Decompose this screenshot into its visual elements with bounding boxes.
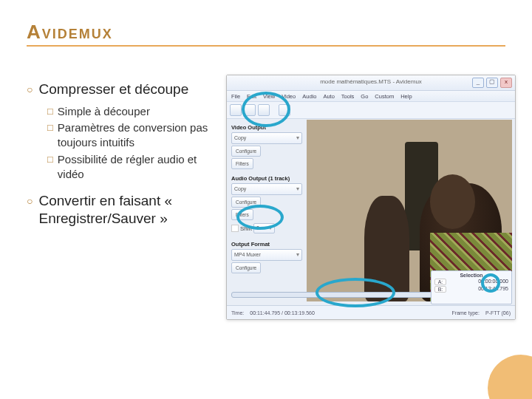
ring-bullet-icon: ○	[27, 83, 33, 98]
timeline-track[interactable]	[231, 292, 434, 298]
bullet-primary: ○ Convertir en faisant « Enregistrer/Sau…	[27, 192, 216, 228]
calc-icon[interactable]	[279, 104, 290, 116]
output-format-select[interactable]: MP4 Muxer	[231, 249, 302, 261]
video-output-select[interactable]: Copy	[231, 132, 302, 144]
slide: Avidemux ○ Compresser et découpe □ Simpl…	[0, 0, 532, 399]
filters-button[interactable]: Filters	[231, 158, 253, 169]
window-controls: _ ▢ x	[472, 78, 512, 88]
configure-button[interactable]: Configure	[231, 146, 261, 157]
bullet-text: Paramètres de conversion pas toujours in…	[58, 120, 216, 151]
bullet-secondary: □ Paramètres de conversion pas toujours …	[47, 120, 216, 151]
mark-b-button[interactable]: B:	[434, 286, 446, 293]
slide-title: Avidemux	[27, 21, 505, 44]
square-bullet-icon: □	[47, 122, 53, 151]
video-output-label: Video Output	[231, 124, 302, 131]
decorative-corner	[488, 355, 532, 399]
audio-output-label: Audio Output (1 track)	[231, 175, 302, 182]
bullet-secondary: □ Simple à découper	[47, 104, 216, 119]
menubar: File Edit View Video Audio Auto Tools Go…	[227, 91, 515, 102]
output-format-label: Output Format	[231, 241, 302, 248]
frame-type-label: Frame type:	[452, 310, 480, 316]
bullet-secondary: □ Possibilité de régler audio et vidéo	[47, 152, 216, 183]
close-button[interactable]: x	[500, 78, 512, 88]
mark-a-button[interactable]: A:	[434, 279, 446, 285]
selection-panel: Selection A:00:00:00.000 B:00:13:44.795	[431, 270, 512, 304]
menu-item[interactable]: Help	[400, 93, 412, 100]
text-column: ○ Compresser et découpe □ Simple à décou…	[27, 75, 216, 320]
menu-item[interactable]: Tools	[341, 93, 355, 100]
time-value: 00:11:44.795 / 00:13:19.560	[250, 310, 315, 316]
screenshot-column: mode mathématiques.MTS - Avidemux _ ▢ x …	[226, 75, 516, 320]
menu-item[interactable]: Edit	[247, 93, 256, 100]
maximize-button[interactable]: ▢	[486, 78, 498, 88]
save-icon[interactable]	[244, 104, 256, 116]
menu-item[interactable]: File	[231, 93, 240, 100]
menu-item[interactable]: View	[263, 93, 275, 100]
format-configure-button[interactable]: Configure	[231, 262, 261, 273]
selection-title: Selection	[434, 273, 508, 278]
minimize-button[interactable]: _	[472, 78, 484, 88]
left-panel: Video Output Copy Configure Filters Audi…	[227, 117, 307, 304]
square-bullet-icon: □	[47, 154, 53, 183]
bullet-text: Convertir en faisant « Enregistrer/Sauve…	[38, 192, 216, 228]
mark-b-value: 00:13:44.795	[478, 286, 508, 293]
bullet-primary: ○ Compresser et découpe	[27, 81, 216, 98]
menu-item[interactable]: Custom	[375, 93, 394, 100]
window-title: mode mathématiques.MTS - Avidemux	[320, 78, 422, 85]
audio-filters-button[interactable]: Filters	[231, 209, 253, 220]
audio-output-select[interactable]: Copy	[231, 183, 302, 195]
ring-bullet-icon: ○	[27, 195, 33, 228]
info-icon[interactable]	[258, 104, 270, 116]
statusbar: Time: 00:11:44.795 / 00:13:19.560 Frame …	[227, 305, 515, 319]
audio-configure-button[interactable]: Configure	[231, 197, 261, 208]
title-container: Avidemux	[27, 21, 505, 47]
menu-item[interactable]: Auto	[323, 93, 334, 100]
mark-a-value: 00:00:00.000	[478, 279, 508, 285]
app-window: mode mathématiques.MTS - Avidemux _ ▢ x …	[226, 75, 516, 320]
menu-item[interactable]: Video	[282, 93, 296, 100]
bullet-text: Simple à découper	[58, 104, 150, 119]
bullet-text: Possibilité de régler audio et vidéo	[58, 152, 216, 183]
time-label: Time:	[231, 310, 244, 316]
bullet-text: Compresser et découpe	[38, 81, 188, 98]
square-bullet-icon: □	[47, 106, 53, 119]
open-icon[interactable]	[230, 104, 242, 116]
menu-item[interactable]: Go	[361, 93, 368, 100]
content-row: ○ Compresser et découpe □ Simple à décou…	[27, 75, 505, 320]
timeline	[231, 287, 434, 301]
menu-item[interactable]: Audio	[302, 93, 316, 100]
shift-value[interactable]: 0	[253, 223, 275, 233]
titlebar: mode mathématiques.MTS - Avidemux _ ▢ x	[227, 75, 515, 91]
frame-type-value: P-FTT (06)	[485, 310, 511, 316]
shift-checkbox[interactable]	[231, 225, 239, 232]
shift-label: Shift	[240, 225, 252, 232]
